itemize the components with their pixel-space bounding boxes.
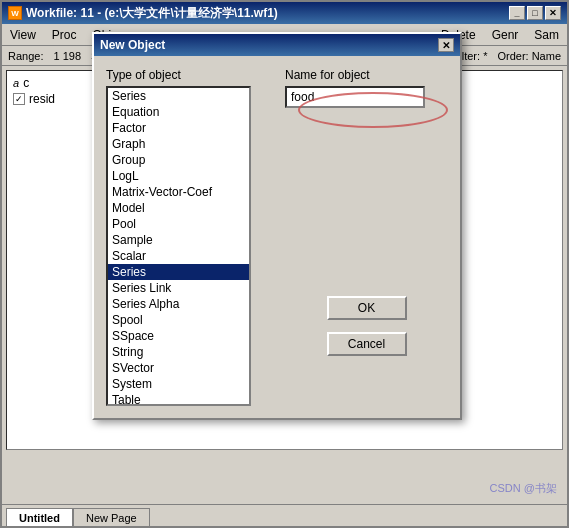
menu-genr[interactable]: Genr: [484, 26, 527, 44]
list-item-svector[interactable]: SVector: [108, 360, 249, 376]
order-label: Order: Name: [497, 50, 561, 62]
dialog-columns: Type of object Series Equation Factor Gr…: [106, 68, 448, 406]
list-item-pool[interactable]: Pool: [108, 216, 249, 232]
resid-checkbox[interactable]: ✓: [13, 93, 25, 105]
range-label: Range:: [8, 50, 43, 62]
list-item-sspace[interactable]: SSpace: [108, 328, 249, 344]
menu-sam[interactable]: Sam: [526, 26, 567, 44]
list-item-equation[interactable]: Equation: [108, 104, 249, 120]
name-for-object-col: Name for object OK Cancel: [285, 68, 448, 406]
object-c: c: [23, 76, 29, 90]
workfile-titlebar: W Workfile: 11 - (e:\大学文件\计量经济学\11.wf1) …: [2, 2, 567, 24]
list-item-series-alpha[interactable]: Series Alpha: [108, 296, 249, 312]
tab-new-page[interactable]: New Page: [73, 508, 150, 526]
list-item-series-link[interactable]: Series Link: [108, 280, 249, 296]
watermark: CSDN @书架: [490, 481, 557, 496]
dialog-close-button[interactable]: ✕: [438, 38, 454, 52]
list-item-string[interactable]: String: [108, 344, 249, 360]
close-button[interactable]: ✕: [545, 6, 561, 20]
type-of-object-label: Type of object: [106, 68, 269, 82]
titlebar-controls: _ □ ✕: [509, 6, 561, 20]
list-item-spool[interactable]: Spool: [108, 312, 249, 328]
list-item-graph[interactable]: Graph: [108, 136, 249, 152]
list-item-group[interactable]: Group: [108, 152, 249, 168]
menu-view[interactable]: View: [2, 26, 44, 44]
name-input[interactable]: [285, 86, 425, 108]
ok-button[interactable]: OK: [327, 296, 407, 320]
type-listbox[interactable]: Series Equation Factor Graph Group LogL …: [106, 86, 251, 406]
tab-untitled[interactable]: Untitled: [6, 508, 73, 526]
type-of-object-col: Type of object Series Equation Factor Gr…: [106, 68, 269, 406]
maximize-button[interactable]: □: [527, 6, 543, 20]
dialog-content: Type of object Series Equation Factor Gr…: [94, 56, 460, 418]
workfile-title-text: Workfile: 11 - (e:\大学文件\计量经济学\11.wf1): [26, 5, 278, 22]
bottom-tabs: Untitled New Page: [2, 504, 567, 526]
minimize-button[interactable]: _: [509, 6, 525, 20]
list-item-series-selected[interactable]: Series: [108, 264, 249, 280]
list-item-model[interactable]: Model: [108, 200, 249, 216]
workfile-title: W Workfile: 11 - (e:\大学文件\计量经济学\11.wf1): [8, 5, 278, 22]
object-resid: resid: [29, 92, 55, 106]
list-item-matrix[interactable]: Matrix-Vector-Coef: [108, 184, 249, 200]
workfile-window: W Workfile: 11 - (e:\大学文件\计量经济学\11.wf1) …: [0, 0, 569, 528]
menu-proc[interactable]: Proc: [44, 26, 85, 44]
list-item-sample[interactable]: Sample: [108, 232, 249, 248]
workfile-icon: W: [8, 6, 22, 20]
list-item-logl[interactable]: LogL: [108, 168, 249, 184]
name-for-object-label: Name for object: [285, 68, 448, 82]
list-item-system[interactable]: System: [108, 376, 249, 392]
new-object-dialog: New Object ✕ Type of object Series Equat…: [92, 32, 462, 420]
list-item-scalar[interactable]: Scalar: [108, 248, 249, 264]
list-item-factor[interactable]: Factor: [108, 120, 249, 136]
list-item-series-top[interactable]: Series: [108, 88, 249, 104]
cancel-button[interactable]: Cancel: [327, 332, 407, 356]
dialog-title: New Object: [100, 38, 165, 52]
range-value: 1 198: [53, 50, 81, 62]
list-item-table[interactable]: Table: [108, 392, 249, 406]
c-icon: a: [13, 77, 19, 89]
dialog-titlebar: New Object ✕: [94, 34, 460, 56]
